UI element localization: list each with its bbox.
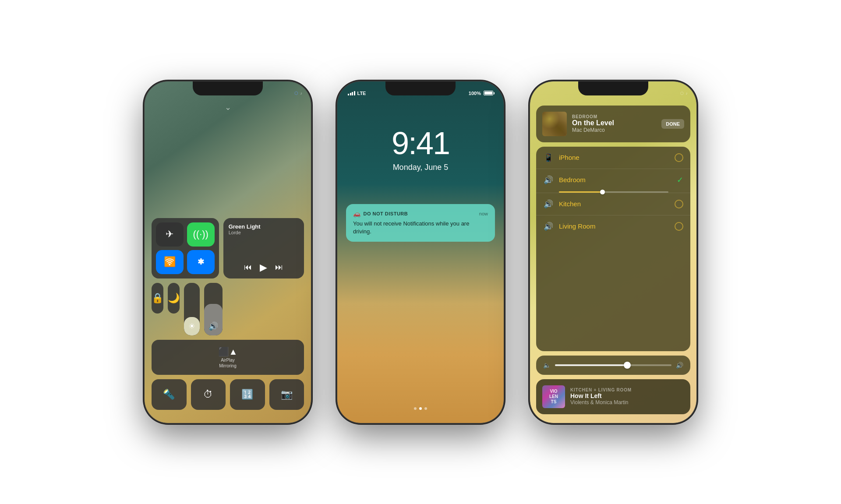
do-not-disturb-tile[interactable]: 🌙 — [168, 283, 180, 314]
bedroom-speaker-name: Bedroom — [559, 176, 671, 183]
battery-info: 100% — [469, 91, 493, 96]
wifi-icon: ((·)) — [193, 229, 208, 240]
volume-fill — [555, 364, 631, 366]
bluetooth-button[interactable]: ✱ — [187, 250, 215, 274]
cc-music-widget[interactable]: Green Light Lorde ⏮ ▶ ⏭ — [223, 218, 304, 278]
wifi-button[interactable]: ((·)) — [187, 222, 215, 247]
music-title: Green Light — [229, 223, 299, 230]
notif-header: 🚗 DO NOT DISTURB now — [353, 210, 488, 217]
cc-row-2: 🔒 🌙 ☀ 🔊 — [152, 283, 304, 335]
status-icon-1: ⬡ — [680, 91, 684, 95]
battery-pct: 100% — [469, 91, 481, 96]
np-room: BEDROOM — [572, 114, 656, 119]
notif-body: You will not receive Notifications while… — [353, 220, 488, 236]
cell-icon: 🛜 — [164, 256, 176, 268]
phone-3: ⬡ ♪ BEDROOM On the Level Mac DeMarco DON… — [530, 81, 696, 423]
cc-bottom-row: 🔦 ⏱ 🔢 📷 — [152, 379, 304, 410]
speaker-item-bedroom[interactable]: 🔊 Bedroom ✓ — [536, 169, 690, 193]
phone-1-screen: ⬡ ♪ ⌄ ✈ ((·)) — [145, 81, 311, 423]
control-center-panel: ✈ ((·)) 🛜 ✱ — [152, 218, 304, 410]
vol-max-icon: 🔊 — [676, 362, 683, 369]
living-room-speaker-icon: 🔊 — [543, 222, 554, 231]
now-playing-card: BEDROOM On the Level Mac DeMarco DONE — [536, 106, 690, 142]
camera-tile[interactable]: 📷 — [269, 379, 304, 410]
kitchen-radio — [675, 200, 683, 208]
screen-rotation-tile[interactable]: 🔒 — [152, 283, 163, 314]
battery-icon — [484, 91, 493, 95]
play-button[interactable]: ▶ — [260, 262, 267, 273]
bottom-artist: Violents & Monica Martin — [570, 399, 684, 405]
dismiss-chevron[interactable]: ⌄ — [225, 102, 231, 112]
status-icons-1: ⬡ ♪ — [294, 91, 303, 95]
speaker-item-iphone[interactable]: 📱 iPhone — [536, 147, 690, 169]
airplay-panel: BEDROOM On the Level Mac DeMarco DONE 📱 … — [536, 106, 690, 414]
timer-tile[interactable]: ⏱ — [191, 379, 226, 410]
cc-row-1: ✈ ((·)) 🛜 ✱ — [152, 218, 304, 278]
notch-2 — [385, 81, 456, 95]
airplane-icon: ✈ — [166, 229, 173, 240]
dnd-notification[interactable]: 🚗 DO NOT DISTURB now You will not receiv… — [346, 204, 495, 242]
signal-bars — [348, 91, 355, 95]
flashlight-icon: 🔦 — [163, 389, 175, 400]
music-artist: Lorde — [229, 230, 299, 235]
network-type: LTE — [357, 91, 366, 96]
speaker-item-kitchen[interactable]: 🔊 Kitchen — [536, 193, 690, 215]
album-art-pattern — [542, 112, 567, 136]
volume-control: 🔈 🔊 — [536, 356, 690, 375]
volume-thumb — [624, 362, 631, 369]
phone-3-screen: ⬡ ♪ BEDROOM On the Level Mac DeMarco DON… — [530, 81, 696, 423]
volume-tile[interactable]: 🔊 — [204, 283, 223, 335]
volume-track[interactable] — [555, 364, 671, 366]
moon-icon: 🌙 — [168, 293, 180, 304]
bottom-info: KITCHEN + LIVING ROOM How It Left Violen… — [570, 388, 684, 405]
phone-1: ⬡ ♪ ⌄ ✈ ((·)) — [145, 81, 311, 423]
speaker-list: 📱 iPhone 🔊 Bedroom ✓ 🔊 Kitchen — [536, 147, 690, 351]
living-room-speaker-name: Living Room — [559, 222, 669, 230]
living-room-radio — [675, 222, 683, 231]
cellular-button[interactable]: 🛜 — [156, 250, 184, 274]
mirroring-label: Mirroring — [219, 363, 236, 368]
bar-3 — [352, 92, 353, 95]
fast-forward-button[interactable]: ⏭ — [275, 263, 283, 272]
vol-min-icon: 🔈 — [543, 362, 551, 369]
airplay-label: AirPlay — [221, 358, 235, 363]
notif-app: 🚗 DO NOT DISTURB — [353, 210, 408, 217]
music-status-icon: ♪ — [300, 91, 303, 95]
bottom-room: KITCHEN + LIVING ROOM — [570, 388, 684, 392]
kitchen-speaker-name: Kitchen — [559, 200, 669, 208]
iphone-speaker-name: iPhone — [559, 154, 669, 161]
lock-screen-date: Monday, June 5 — [393, 163, 449, 172]
phone-2: LTE 100% 9:41 Monday, June 5 🚗 DO NOT DI… — [337, 81, 504, 423]
bedroom-slider-fill — [559, 191, 603, 193]
timer-icon: ⏱ — [203, 389, 213, 400]
flashlight-tile[interactable]: 🔦 — [152, 379, 187, 410]
calculator-tile[interactable]: 🔢 — [230, 379, 265, 410]
bluetooth-icon: ✱ — [198, 257, 204, 267]
bedroom-checkmark: ✓ — [677, 175, 683, 185]
album-art — [542, 112, 567, 136]
iphone-radio — [675, 153, 683, 162]
done-button[interactable]: DONE — [661, 119, 684, 129]
airplay-mirroring-tile[interactable]: ⬛▲ AirPlay Mirroring — [152, 340, 304, 375]
bedroom-volume-slider[interactable] — [559, 191, 668, 193]
battery-fill — [484, 92, 492, 95]
calculator-icon: 🔢 — [241, 389, 253, 400]
dot-2 — [419, 407, 422, 410]
volume-icon: 🔊 — [208, 321, 218, 331]
speaker-item-living-room[interactable]: 🔊 Living Room — [536, 215, 690, 237]
cc-row-3: ⬛▲ AirPlay Mirroring — [152, 340, 304, 375]
np-artist: Mac DeMarco — [572, 127, 656, 133]
page-dots — [414, 407, 427, 410]
rotation-lock-icon: 🔒 — [152, 293, 163, 304]
np-title: On the Level — [572, 119, 656, 127]
bottom-now-playing-card: VIOLENTS KITCHEN + LIVING ROOM How It Le… — [536, 379, 690, 414]
rewind-button[interactable]: ⏮ — [244, 263, 252, 272]
notch-1 — [193, 81, 263, 95]
lock-screen-time: 9:41 — [392, 125, 449, 161]
dot-1 — [414, 407, 417, 410]
dot-3 — [424, 407, 427, 410]
bluetooth-status-icon: ⬡ — [294, 91, 298, 95]
brightness-tile[interactable]: ☀ — [184, 283, 200, 335]
airplane-mode-button[interactable]: ✈ — [156, 222, 184, 247]
notif-time: now — [479, 211, 488, 216]
